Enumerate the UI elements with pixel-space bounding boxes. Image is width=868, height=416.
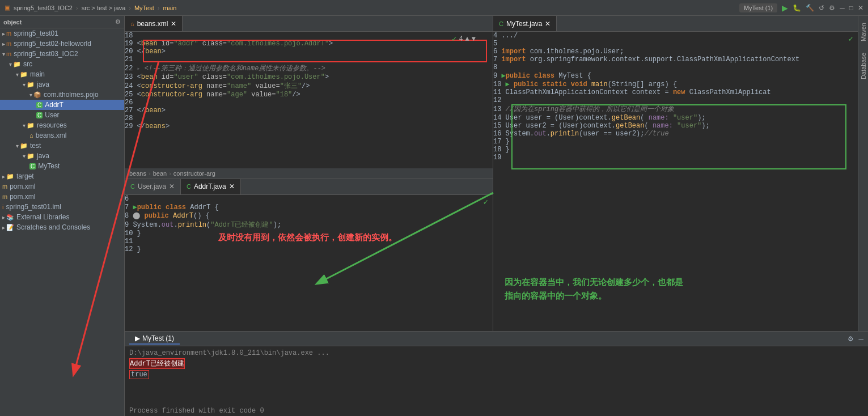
code-line-21: 21 [125,56,493,63]
lib-icon: 📚 [6,214,14,221]
sidebar-item-scratches[interactable]: ▸ 📝 Scratches and Consoles [0,222,124,232]
bottom-tabs: ▶ MyTest (1) ⚙ ─ [125,332,868,346]
sidebar-settings-icon[interactable]: ⚙ [115,18,121,25]
left-editor-panel: ⌂ beans.xml ✕ ✓ 4 ▲ ▼ [125,16,493,331]
sidebar-label: test [30,142,41,150]
sidebar-item-java1[interactable]: ▾ 📁 java [0,79,124,90]
sidebar-item-addrt[interactable]: C AddrT [0,100,124,110]
sync-button[interactable]: ↺ [819,4,824,12]
run-gutter-icon[interactable]: ⬤ [133,212,140,220]
sidebar-label: spring5_test03_IOC2 [14,50,78,58]
xml-code-area[interactable]: ✓ 4 ▲ ▼ 18 [125,32,493,168]
code-line-22: 22 ▸ <!--第三种：通过使用参数名和name属性来传递参数。--> [125,63,493,73]
settings-icon[interactable]: ⚙ [848,335,854,343]
tab-mytest-run[interactable]: ▶ MyTest (1) [129,333,180,345]
sidebar-item-package[interactable]: ▾ 📦 com.itholmes.pojo [0,90,124,100]
sidebar-item-beans-xml[interactable]: ⌂ beans.xml [0,130,124,141]
tab-label: AddrT.java [194,182,226,190]
tab-label: MyTest.java [506,20,542,28]
console-output-1: AddrT已经被创建 [129,358,863,370]
close-icon[interactable]: ✕ [171,20,176,28]
run-gutter-icon[interactable]: ▶ [506,80,510,88]
sidebar-item-mytest[interactable]: C MyTest [0,161,124,171]
sidebar-item-spring5-test01[interactable]: ▸ m spring5_test01 [0,28,124,39]
right-java-code-lines: 4 .../ 5 [493,32,858,162]
right-java-code-area[interactable]: ✓ 4 .../ 5 [493,32,858,331]
sidebar-item-user[interactable]: C User [0,110,124,120]
close-icon[interactable]: ✕ [545,20,551,28]
run-button[interactable]: ▶ [782,3,788,12]
debug-button[interactable]: 🐛 [793,4,801,12]
sidebar-item-ext-libs[interactable]: ▸ 📚 External Libraries [0,212,124,222]
title-method: main [163,5,176,11]
module-icon: m [6,30,11,37]
database-label[interactable]: Database [860,53,867,79]
folder-icon: 📁 [13,61,21,68]
title-right: MyTest (1) ▶ 🐛 🔨 ↺ ⚙ ─ □ ✕ [739,3,863,12]
java-tabs-row: C User.java ✕ C AddrT.java ✕ [125,179,493,195]
close-icon[interactable]: ✕ [229,182,235,190]
sidebar-item-main[interactable]: ▾ 📁 main [0,69,124,79]
build-button[interactable]: 🔨 [806,4,814,12]
class-icon: C [29,163,36,169]
sidebar-item-src[interactable]: ▾ 📁 src [0,59,124,69]
close-button[interactable]: ✕ [858,4,863,12]
sidebar-item-java2[interactable]: ▾ 📁 java [0,151,124,161]
bottom-panel: ▶ MyTest (1) ⚙ ─ D:\java_environment\jdk… [125,331,868,416]
tab-label: beans.xml [137,20,168,28]
run-gutter-icon[interactable]: ▶ [501,72,505,80]
bottom-toolbar: ⚙ ─ [848,335,863,343]
right-line-19: 19 [493,154,858,162]
class-icon: C [36,112,43,118]
run-config-selector[interactable]: MyTest (1) [739,3,777,12]
right-line-16: 16 System.out.println(user == user2);//t… [493,130,710,138]
tab-mytest-java[interactable]: C MyTest.java ✕ [493,16,557,31]
maven-label[interactable]: Maven [860,23,867,41]
right-line-13: 13 //因为在spring容器中获得的，所以它们是同一个对象 [493,104,710,114]
title-left: ▣ spring5_test03_IOC2 › src > test > jav… [5,4,176,11]
module-icon: m [6,50,11,57]
code-line-19: 19 <bean id="addr" class="com.itholmes.p… [125,40,333,48]
xml-icon: m [2,193,7,200]
tab-user-java[interactable]: C User.java ✕ [125,179,181,194]
right-line-8: 8 [493,63,858,71]
java-code-lines: 6 7 ▶ public class AddrT { [125,195,493,253]
red-annotation: 及时没有用到，依然会被执行，创建新的实例。 [218,232,397,243]
code-line-28: 28 [125,114,493,122]
sidebar-label: AddrT [45,101,63,109]
console-path-line: D:\java_environment\jdk1.8.0_211\bin\jav… [129,349,863,358]
right-line-15: 15 User user2 = (User)context.getBean( n… [493,122,710,130]
minimize-panel-icon[interactable]: ─ [858,335,863,343]
code-line-26: 26 [125,99,493,107]
sidebar: object ⚙ ▸ m spring5_test01 ▸ m spring5_… [0,16,125,416]
sidebar-label: spring5_test01.iml [6,203,61,211]
sidebar-item-pom2[interactable]: m pom.xml [0,192,124,202]
sidebar-label: External Libraries [16,213,69,221]
close-icon[interactable]: ✕ [169,182,175,190]
settings-button[interactable]: ⚙ [829,4,835,12]
sidebar-item-iml[interactable]: i spring5_test01.iml [0,202,124,212]
sidebar-item-target[interactable]: ▸ 📁 target [0,171,124,181]
sidebar-label: target [16,172,34,180]
sidebar-item-resources[interactable]: ▾ 📁 resources [0,120,124,130]
run-gutter-icon[interactable]: ▶ [133,203,137,211]
java-code-area[interactable]: ✓ 6 7 ▶ [125,195,493,332]
content-area: ⌂ beans.xml ✕ ✓ 4 ▲ ▼ [125,16,868,416]
sidebar-item-test[interactable]: ▾ 📁 test [0,141,124,151]
breadcrumb-item[interactable]: constructor-arg [173,170,215,177]
tab-label: MyTest (1) [142,334,174,342]
sidebar-item-spring5-test03[interactable]: ▾ m spring5_test03_IOC2 [0,49,124,59]
sidebar-item-pom1[interactable]: m pom.xml [0,181,124,192]
breadcrumb-item[interactable]: beans [129,170,146,177]
right-line-7: 7 import org.springframework.context.sup… [493,56,858,63]
breadcrumb-item[interactable]: bean [153,170,167,177]
xml-icon: ⌂ [29,132,33,139]
maximize-button[interactable]: □ [849,4,853,12]
tab-addrt-java[interactable]: C AddrT.java ✕ [181,179,241,194]
tab-beans-xml[interactable]: ⌂ beans.xml ✕ [125,16,183,31]
sidebar-item-spring5-test02[interactable]: ▸ m spring5_test02-helloworld [0,39,124,49]
minimize-button[interactable]: ─ [840,4,845,12]
sidebar-label: java [37,152,49,160]
editors-split: ⌂ beans.xml ✕ ✓ 4 ▲ ▼ [125,16,868,331]
code-line-29: 29 </beans> [125,122,493,130]
